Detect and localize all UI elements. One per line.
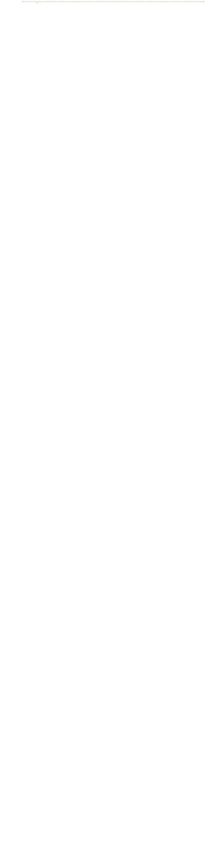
type-label: PersonAffiliationType	[25, 2, 50, 3]
